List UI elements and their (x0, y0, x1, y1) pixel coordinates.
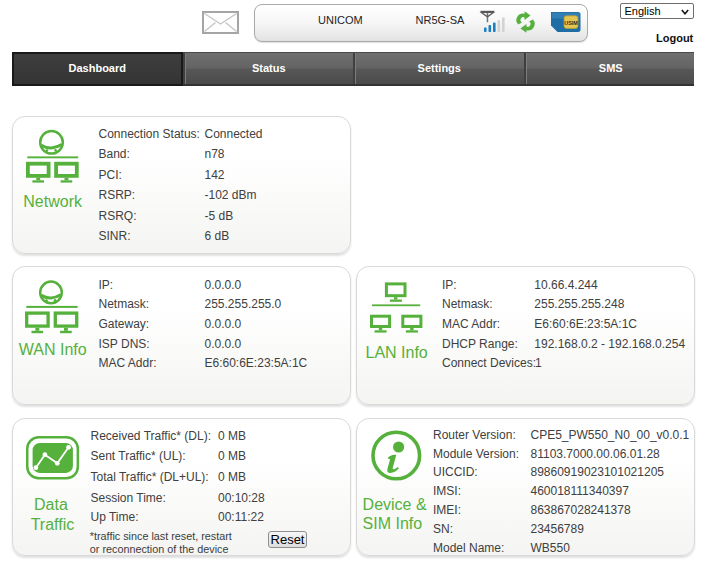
svg-text:USIM: USIM (564, 20, 578, 26)
